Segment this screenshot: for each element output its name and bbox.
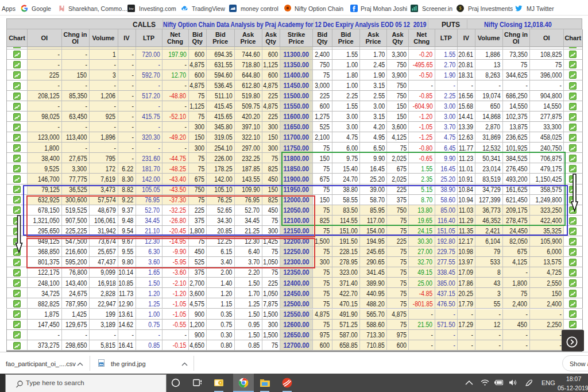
svg-text:Inv: Inv — [129, 6, 134, 10]
svg-text:$: $ — [459, 6, 462, 11]
